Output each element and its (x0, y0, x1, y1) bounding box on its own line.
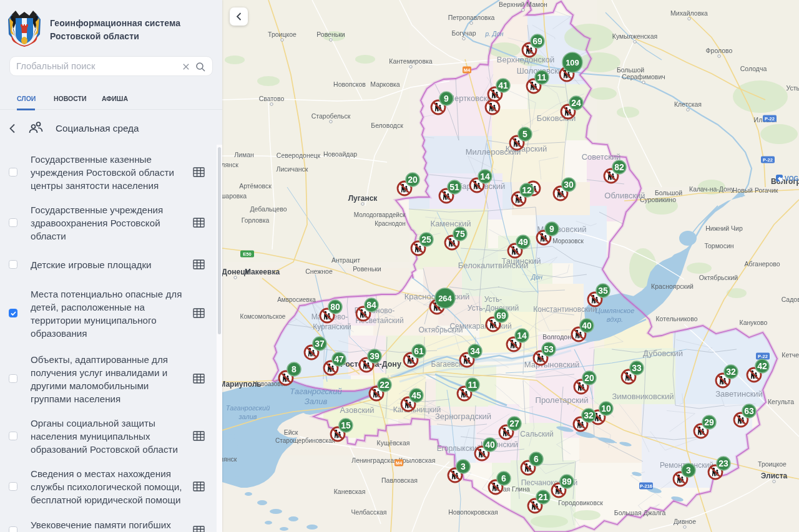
svg-text:Молодогвардейск: Молодогвардейск (354, 211, 406, 218)
svg-text:Зимовниковский: Зимовниковский (612, 392, 674, 401)
svg-text:Новый Рогачик: Новый Рогачик (733, 186, 778, 194)
svg-text:Старобельск: Старобельск (311, 112, 351, 120)
svg-text:34: 34 (470, 346, 480, 356)
svg-text:20: 20 (584, 373, 594, 383)
svg-text:89: 89 (562, 476, 572, 486)
svg-text:Большой: Большой (617, 66, 644, 74)
svg-text:Марковка: Марковка (370, 80, 400, 88)
svg-text:14: 14 (480, 172, 490, 181)
svg-text:63: 63 (744, 406, 754, 416)
svg-text:Белокалитвинский: Белокалитвинский (458, 261, 528, 270)
svg-text:Усть-Донецкий: Усть-Донецкий (468, 304, 519, 312)
svg-text:29: 29 (704, 417, 714, 427)
svg-text:Калач-на-Дону: Калач-на-Дону (689, 185, 735, 193)
svg-text:Сватово: Сватово (259, 95, 285, 102)
svg-text:Таганрогский: Таганрогский (290, 387, 341, 396)
svg-text:9: 9 (444, 94, 449, 104)
svg-text:6: 6 (534, 454, 539, 464)
svg-text:Дубовский: Дубовский (643, 349, 683, 358)
svg-text:Усть-: Усть- (484, 295, 502, 304)
svg-text:Обливский: Обливский (604, 191, 645, 200)
svg-text:Заветинский: Заветинский (715, 389, 763, 399)
svg-text:Морозовск: Морозовск (552, 238, 584, 244)
svg-text:Мартыновский: Мартыновский (524, 360, 579, 369)
svg-text:Ейск: Ейск (284, 428, 298, 436)
svg-text:шаровка: шаровка (222, 192, 247, 200)
svg-text:р. Дон: р. Дон (484, 31, 504, 37)
svg-text:42: 42 (757, 361, 767, 371)
svg-text:264: 264 (438, 294, 452, 303)
svg-text:М4: М4 (464, 67, 471, 73)
svg-text:82: 82 (614, 162, 624, 172)
svg-text:VOG: VOG (785, 175, 798, 182)
svg-text:Крыловская: Крыловская (399, 457, 436, 464)
svg-text:Краснодон: Краснодон (375, 220, 406, 227)
svg-text:24: 24 (571, 98, 581, 108)
svg-text:Зерноградский: Зерноградский (435, 412, 491, 421)
svg-text:3: 3 (686, 465, 691, 475)
svg-text:3: 3 (461, 462, 466, 472)
svg-text:69: 69 (496, 311, 506, 321)
svg-text:Суровикино: Суровикино (640, 196, 676, 203)
svg-text:Михайловка: Михайловка (670, 9, 708, 17)
svg-text:вдхр.: вдхр. (607, 316, 623, 323)
svg-text:Азовский: Азовский (340, 405, 374, 415)
svg-text:Таганрогский: Таганрогский (226, 404, 270, 412)
svg-text:Семикаракорский: Семикаракорский (449, 322, 511, 331)
svg-text:Кетчене: Кетчене (782, 351, 799, 359)
svg-text:15: 15 (341, 420, 351, 430)
svg-text:Каневская: Каневская (334, 488, 366, 495)
svg-text:6: 6 (501, 473, 506, 483)
svg-text:Ровеньки: Ровеньки (316, 31, 345, 38)
svg-text:Кущёвская: Кущёвская (377, 439, 410, 447)
svg-text:23: 23 (718, 458, 728, 468)
svg-text:30: 30 (564, 180, 574, 190)
svg-text:Сальский: Сальский (520, 430, 553, 438)
svg-text:Горловка: Горловка (242, 216, 270, 224)
svg-text:Р-22: Р-22 (765, 116, 775, 122)
svg-text:32: 32 (726, 367, 736, 377)
svg-text:Кануково: Кануково (740, 319, 768, 326)
svg-text:Тормосин: Тормосин (704, 242, 733, 249)
svg-text:Е50: Е50 (243, 251, 251, 257)
svg-text:Усть-: Усть- (787, 84, 799, 92)
svg-text:Луганск: Луганск (348, 194, 378, 203)
svg-text:Новопокровская: Новопокровская (448, 508, 498, 516)
svg-text:40: 40 (582, 321, 592, 331)
svg-text:Новопсков: Новопсков (333, 80, 366, 88)
svg-text:Абганерово: Абганерово (744, 260, 780, 268)
svg-text:Егорлыкский: Егорлыкский (437, 444, 481, 453)
svg-text:Кантемировка: Кантемировка (389, 57, 432, 65)
svg-text:Константиновский: Константиновский (533, 305, 596, 314)
svg-text:5: 5 (522, 129, 527, 139)
svg-text:Р-216: Р-216 (640, 483, 652, 489)
svg-text:Богучар: Богучар (452, 29, 476, 37)
svg-text:35: 35 (598, 286, 608, 296)
svg-text:Антрацит: Антрацит (331, 256, 360, 264)
svg-text:10: 10 (601, 404, 611, 414)
svg-text:Ленинградская: Ленинградская (351, 457, 397, 464)
svg-text:Лисичанск: Лисичанск (277, 165, 308, 173)
svg-text:32: 32 (584, 410, 594, 420)
svg-text:Солодча: Солодча (740, 65, 767, 72)
svg-text:Артёмовск: Артёмовск (239, 182, 272, 190)
svg-text:Лиман: Лиман (234, 151, 254, 158)
svg-text:Кегульта: Кегульта (768, 398, 794, 405)
svg-text:109: 109 (566, 58, 579, 67)
svg-text:Макеевка: Макеевка (245, 268, 280, 276)
svg-text:Каменский: Каменский (431, 219, 471, 228)
svg-text:33: 33 (632, 363, 642, 373)
svg-text:20: 20 (408, 175, 418, 185)
svg-text:25: 25 (421, 235, 431, 244)
svg-text:37: 37 (315, 339, 325, 349)
svg-text:Р-22: Р-22 (763, 157, 773, 163)
svg-text:Кумылженская: Кумылженская (612, 32, 657, 40)
svg-text:8: 8 (292, 364, 297, 374)
svg-text:53: 53 (544, 344, 554, 354)
svg-text:залив: залив (238, 413, 257, 420)
svg-text:Дебальцево: Дебальцево (250, 205, 287, 213)
svg-text:27: 27 (509, 418, 519, 428)
svg-text:40: 40 (485, 440, 495, 450)
svg-text:Амвросиевка: Амвросиевка (277, 296, 316, 303)
svg-text:39: 39 (370, 351, 380, 361)
